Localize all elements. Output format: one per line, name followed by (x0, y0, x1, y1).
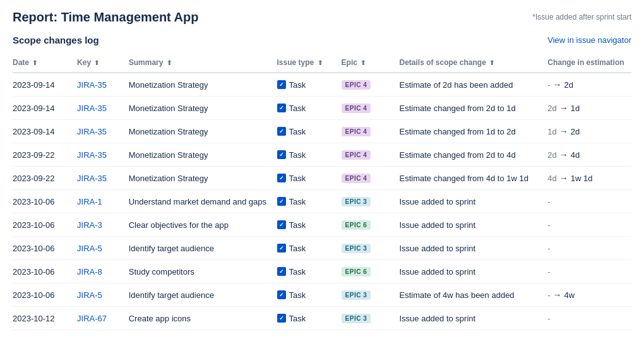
issue-type-label: Task (289, 127, 306, 136)
change-dash: - (547, 267, 550, 277)
change-arrow-icon: → (559, 126, 568, 136)
issue-type-label: Task (289, 314, 306, 323)
cell-details: Estimate of 2d has been added (399, 73, 547, 97)
sort-arrow-key: ⬆ (94, 59, 99, 66)
cell-key[interactable]: JIRA-35 (77, 97, 129, 120)
cell-epic: EPIC 4 (342, 167, 400, 190)
jira-key-link[interactable]: JIRA-8 (77, 267, 102, 277)
cell-key[interactable]: JIRA-35 (77, 120, 129, 143)
col-header-details[interactable]: Details of scope change ⬆ (399, 53, 547, 73)
cell-key[interactable]: JIRA-5 (77, 283, 129, 307)
report-title: Report: Time Management App (13, 10, 198, 25)
table-row: 2023-09-14JIRA-35Monetization StrategyTa… (13, 73, 631, 97)
cell-issue-type: Task (277, 97, 342, 120)
jira-key-link[interactable]: JIRA-3 (77, 220, 102, 230)
jira-key-link[interactable]: JIRA-35 (77, 80, 107, 90)
cell-epic: EPIC 3 (342, 307, 400, 330)
cell-key[interactable]: JIRA-35 (77, 73, 129, 97)
cell-date: 2023-09-14 (13, 120, 77, 143)
task-checkbox-icon (277, 314, 286, 323)
scope-changes-table: Date ⬆ Key ⬆ Summary ⬆ Issue type ⬆ Epic… (13, 53, 631, 330)
cell-date: 2023-10-06 (13, 237, 77, 260)
change-from: 4d (547, 174, 556, 183)
cell-change: -→4w (547, 283, 631, 307)
cell-key[interactable]: JIRA-67 (77, 307, 129, 330)
table-row: 2023-10-06JIRA-1Understand market demand… (13, 190, 631, 213)
jira-key-link[interactable]: JIRA-67 (77, 314, 107, 323)
jira-key-link[interactable]: JIRA-35 (77, 150, 107, 160)
epic-badge: EPIC 6 (342, 220, 371, 230)
jira-key-link[interactable]: JIRA-35 (77, 104, 107, 113)
cell-date: 2023-10-12 (13, 307, 77, 330)
jira-key-link[interactable]: JIRA-35 (77, 127, 107, 136)
change-to: 2d (571, 127, 580, 136)
cell-key[interactable]: JIRA-3 (77, 213, 129, 237)
cell-issue-type: Task (277, 143, 342, 167)
change-arrow-icon: → (553, 80, 562, 90)
change-to: 4d (571, 150, 580, 160)
cell-change: - (547, 190, 631, 213)
cell-key[interactable]: JIRA-5 (77, 237, 129, 260)
cell-key[interactable]: JIRA-35 (77, 143, 129, 167)
cell-summary: Identify target audience (129, 237, 277, 260)
col-header-change: Change in estimation (547, 53, 631, 73)
issue-type-label: Task (289, 104, 306, 113)
cell-key[interactable]: JIRA-1 (77, 190, 129, 213)
table-header: Date ⬆ Key ⬆ Summary ⬆ Issue type ⬆ Epic… (13, 53, 631, 73)
jira-key-link[interactable]: JIRA-5 (77, 290, 102, 300)
cell-summary: Identify target audience (129, 283, 277, 307)
cell-change: - (547, 307, 631, 330)
sort-arrow-details: ⬆ (489, 59, 494, 66)
issue-type-label: Task (289, 244, 306, 253)
task-checkbox-icon (277, 290, 286, 299)
jira-key-link[interactable]: JIRA-1 (77, 197, 102, 206)
table-row: 2023-09-22JIRA-35Monetization StrategyTa… (13, 143, 631, 167)
epic-badge: EPIC 4 (342, 150, 371, 160)
section-header: Scope changes log View in issue navigato… (13, 35, 631, 45)
cell-issue-type: Task (277, 283, 342, 307)
cell-details: Estimate changed from 4d to 1w 1d (399, 167, 547, 190)
task-checkbox-icon (277, 150, 286, 159)
cell-change: - (547, 213, 631, 237)
col-header-epic[interactable]: Epic ⬆ (342, 53, 400, 73)
jira-key-link[interactable]: JIRA-35 (77, 174, 107, 183)
col-header-date[interactable]: Date ⬆ (13, 53, 77, 73)
task-checkbox-icon (277, 267, 286, 276)
cell-epic: EPIC 3 (342, 237, 400, 260)
col-header-key[interactable]: Key ⬆ (77, 53, 129, 73)
issue-type-label: Task (289, 267, 306, 277)
cell-issue-type: Task (277, 120, 342, 143)
cell-details: Estimate changed from 1d to 2d (399, 120, 547, 143)
view-issue-navigator-link[interactable]: View in issue navigator (547, 35, 631, 45)
cell-summary: Understand market demand and gaps (129, 190, 277, 213)
cell-change: 1d→2d (547, 120, 631, 143)
table-row: 2023-09-14JIRA-35Monetization StrategyTa… (13, 97, 631, 120)
table-row: 2023-10-06JIRA-5Identify target audience… (13, 283, 631, 307)
cell-details: Estimate changed from 2d to 4d (399, 143, 547, 167)
cell-key[interactable]: JIRA-8 (77, 260, 129, 283)
page-header: Report: Time Management App *Issue added… (13, 10, 631, 25)
sprint-note: *Issue added after sprint start (532, 10, 631, 21)
issue-type-label: Task (289, 174, 306, 183)
epic-badge: EPIC 4 (342, 80, 371, 90)
task-checkbox-icon (277, 220, 286, 229)
epic-badge: EPIC 6 (342, 267, 371, 277)
table-body: 2023-09-14JIRA-35Monetization StrategyTa… (13, 73, 631, 330)
cell-change: - (547, 260, 631, 283)
scope-changes-title: Scope changes log (13, 35, 99, 45)
change-from: - (547, 80, 550, 90)
cell-key[interactable]: JIRA-35 (77, 167, 129, 190)
cell-epic: EPIC 3 (342, 283, 400, 307)
table-row: 2023-10-06JIRA-8Study competitorsTaskEPI… (13, 260, 631, 283)
table-row: 2023-10-06JIRA-3Clear objectives for the… (13, 213, 631, 237)
issue-type-label: Task (289, 197, 306, 206)
col-header-summary[interactable]: Summary ⬆ (129, 53, 277, 73)
jira-key-link[interactable]: JIRA-5 (77, 244, 102, 253)
table-row: 2023-10-12JIRA-67Create app iconsTaskEPI… (13, 307, 631, 330)
cell-change: -→2d (547, 73, 631, 97)
cell-summary: Monetization Strategy (129, 120, 277, 143)
cell-summary: Monetization Strategy (129, 143, 277, 167)
cell-epic: EPIC 4 (342, 143, 400, 167)
col-header-issuetype[interactable]: Issue type ⬆ (277, 53, 342, 73)
cell-details: Issue added to sprint (399, 190, 547, 213)
